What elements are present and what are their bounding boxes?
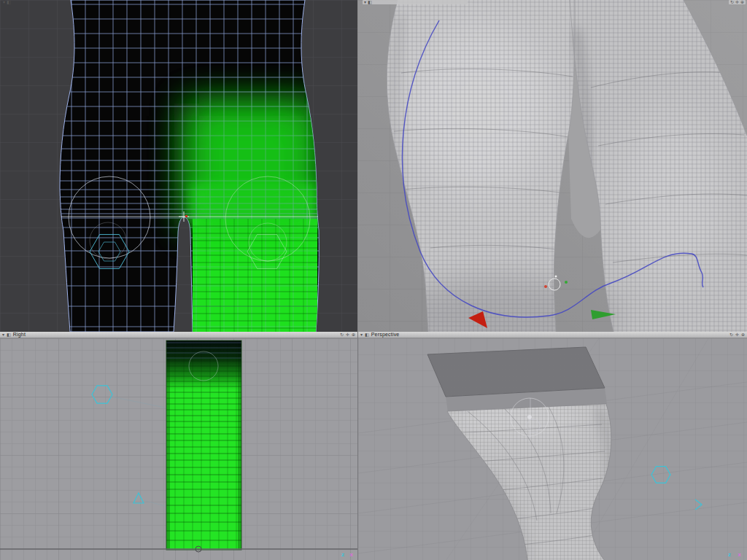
view-menu-icon[interactable]: ▾ [364,0,366,4]
view-menu-icon[interactable]: ▾ [3,0,5,4]
shading-menu-icon[interactable]: ◧ [365,332,369,337]
viewport-bottom-left-canvas[interactable] [0,338,357,560]
zoom-view-icon[interactable]: ⊕ [740,0,744,4]
shading-menu-icon[interactable]: ◧ [368,0,372,4]
rotate-view-icon[interactable]: ↻ [730,0,734,4]
viewport-top-right[interactable]: ▾ ◧ ↻ ✛ ⊕ [357,0,747,332]
view-menu-icon[interactable]: ▾ [360,332,363,337]
axis-x-label: x [350,552,353,558]
zoom-view-icon[interactable]: ⊕ [352,332,355,337]
viewport-label[interactable]: Right [13,332,26,338]
rotate-view-icon[interactable]: ↻ [729,332,733,337]
viewport-nav-controls[interactable]: ↻ ✛ ⊕ [729,0,746,4]
view-menu-icon[interactable]: ▾ [2,332,4,337]
modeling-app-window: ▾ ◧ [0,0,747,560]
pan-view-icon[interactable]: ✛ [735,0,739,4]
viewport-controls-overlay[interactable]: ▾ ◧ [363,0,468,4]
viewport-top-left-canvas[interactable] [0,0,357,332]
shading-menu-icon[interactable]: ◧ [7,332,11,337]
axis-z-label: z [728,552,731,558]
viewport-header: ▾ ◧ Perspective ↻ ✛ ⊕ [358,332,747,338]
viewport-bottom-right[interactable]: ▾ ◧ Perspective ↻ ✛ ⊕ [357,332,747,560]
axis-z-label: z [341,552,344,558]
pan-view-icon[interactable]: ✛ [735,332,739,337]
weight-map-leg-strip[interactable] [166,341,241,550]
pan-view-icon[interactable]: ✛ [346,332,349,337]
viewport-top-left[interactable]: ▾ ◧ [0,0,357,332]
viewport-controls-overlay[interactable]: ▾ ◧ [1,0,12,4]
viewport-bottom-right-canvas[interactable] [358,338,747,560]
zoom-view-icon[interactable]: ⊕ [741,332,745,337]
axis-x-label: x [738,552,741,558]
rotate-view-icon[interactable]: ↻ [340,332,344,337]
viewport-label[interactable]: Perspective [371,332,400,338]
viewport-top-right-canvas[interactable] [357,0,747,332]
viewport-header: ▾ ◧ Right ↻ ✛ ⊕ [0,332,357,338]
shading-menu-icon[interactable]: ◧ [7,0,11,4]
viewport-bottom-left[interactable]: ▾ ◧ Right ↻ ✛ ⊕ [0,332,357,560]
